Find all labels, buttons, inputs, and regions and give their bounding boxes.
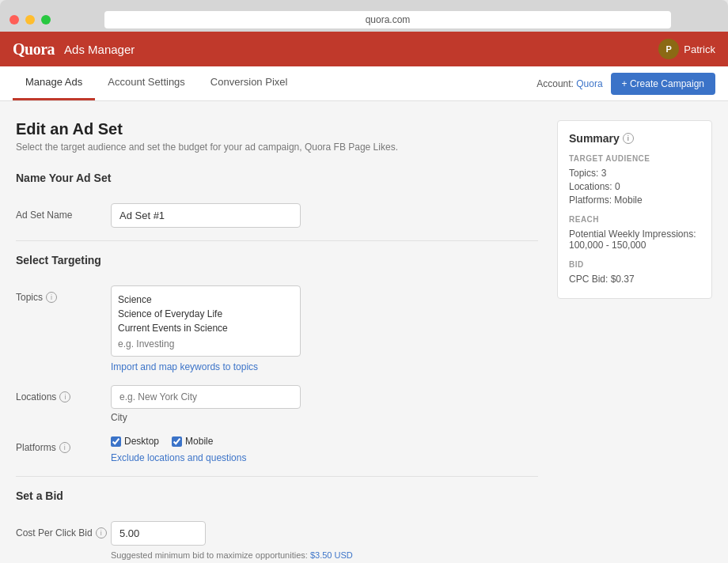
app-window: Quora Ads Manager P Patrick Manage Ads A… [0,32,728,563]
desktop-checkbox-label[interactable]: Desktop [111,436,159,447]
main-content: Edit an Ad Set Select the target audienc… [0,101,728,563]
reach-label: REACH [569,215,700,224]
summary-info-icon[interactable]: i [623,133,634,144]
topics-label: Topics i [16,285,111,303]
locations-input[interactable] [111,385,301,409]
nav-user[interactable]: P Patrick [658,39,715,59]
bid-input-wrap [111,521,206,546]
quora-logo: Quora [13,40,55,59]
ad-set-name-label: Ad Set Name [16,203,111,221]
minimize-dot[interactable] [25,15,35,25]
account-name[interactable]: Quora [576,78,602,89]
url-bar[interactable]: quora.com [104,11,671,28]
locations-row: Locations i City [16,385,538,423]
username: Patrick [684,43,715,55]
ad-set-name-input[interactable] [111,203,301,228]
ad-set-name-control [111,203,538,228]
locations-info-icon[interactable]: i [59,391,70,402]
platforms-info-icon[interactable]: i [59,442,70,453]
topics-row: Topics i Science Science of Everyday Lif… [16,285,538,372]
topics-info-icon[interactable]: i [46,292,57,303]
locations-control: City [111,385,538,423]
topics-input[interactable] [118,338,294,350]
target-audience-label: TARGET AUDIENCE [569,154,700,163]
nav-left: Quora Ads Manager [13,40,135,59]
summary-cpc-bid: CPC Bid: $0.37 [569,274,700,285]
platforms-row: Platforms i Desktop [16,436,538,463]
divider-1 [16,240,538,241]
page-subtitle: Select the target audience and set the b… [16,142,538,153]
bid-label: BID [569,260,700,269]
tab-actions: Account: Quora + Create Campaign [537,73,715,95]
tab-conversion-pixel[interactable]: Conversion Pixel [198,66,301,100]
form-area: Edit an Ad Set Select the target audienc… [16,120,538,563]
summary-impressions: Potential Weekly Impressions: 100,000 - … [569,229,700,251]
ads-manager-label: Ads Manager [64,43,135,56]
account-label: Account: Quora [537,78,602,89]
topic-tag-3: Current Events in Science [118,321,294,335]
divider-2 [16,476,538,477]
platforms-checkbox-group: Desktop Mobile [111,436,538,447]
name-section: Name Your Ad Set Ad Set Name [16,172,538,228]
bid-suggestion: Suggested minimum bid to maximize opport… [111,550,538,560]
cpc-control: Suggested minimum bid to maximize opport… [111,521,538,560]
desktop-checkbox[interactable] [111,436,121,447]
bid-section: Set a Bid Cost Per Click Bid i Suggested… [16,489,538,560]
bid-input[interactable] [111,521,206,546]
sidebar: Summary i TARGET AUDIENCE Topics: 3 Loca… [538,120,712,563]
create-campaign-button[interactable]: + Create Campaign [611,73,715,95]
tab-account-settings[interactable]: Account Settings [95,66,198,100]
platforms-label: Platforms i [16,436,111,453]
bid-section-title: Set a Bid [16,489,538,508]
summary-topics: Topics: 3 [569,168,700,179]
tab-bar: Manage Ads Account Settings Conversion P… [0,66,728,101]
avatar: P [658,39,679,59]
summary-locations: Locations: 0 [569,181,700,192]
bid-amount: $3.50 USD [310,550,353,560]
targeting-section-title: Select Targeting [16,254,538,273]
tab-manage-ads[interactable]: Manage Ads [13,66,95,100]
summary-platforms: Platforms: Mobile [569,195,700,206]
summary-box: Summary i TARGET AUDIENCE Topics: 3 Loca… [557,120,712,299]
city-text: City [111,412,538,423]
topic-tag-2: Science of Everyday Life [118,307,294,321]
mobile-checkbox-label[interactable]: Mobile [172,436,213,447]
topic-tag-1: Science [118,293,294,307]
top-nav: Quora Ads Manager P Patrick [0,32,728,66]
maximize-dot[interactable] [41,15,51,25]
platforms-control: Desktop Mobile Exclude locations and que… [111,436,538,463]
name-section-title: Name Your Ad Set [16,172,538,191]
ad-set-name-row: Ad Set Name [16,203,538,228]
browser-chrome: quora.com [0,0,728,32]
mobile-checkbox[interactable] [172,436,182,447]
page-title: Edit an Ad Set [16,120,538,138]
summary-title: Summary i [569,132,700,145]
cpc-label: Cost Per Click Bid i [16,521,111,538]
topics-control: Science Science of Everyday Life Current… [111,285,538,372]
exclude-link[interactable]: Exclude locations and questions [111,452,246,463]
targeting-section: Select Targeting Topics i Science Scienc… [16,254,538,463]
topics-box: Science Science of Everyday Life Current… [111,285,301,357]
locations-label: Locations i [16,385,111,402]
cpc-info-icon[interactable]: i [96,527,107,538]
tabs: Manage Ads Account Settings Conversion P… [13,66,300,100]
cpc-row: Cost Per Click Bid i Suggested minimum b… [16,521,538,560]
close-dot[interactable] [9,15,19,25]
import-keywords-link[interactable]: Import and map keywords to topics [111,361,538,372]
